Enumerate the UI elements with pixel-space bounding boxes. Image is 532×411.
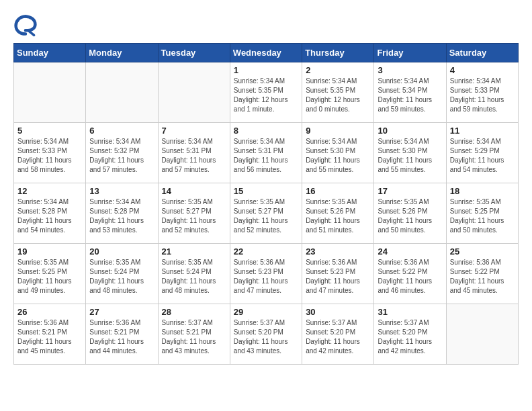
day-number: 27 <box>89 307 154 317</box>
calendar-day-cell: 7Sunrise: 5:34 AM Sunset: 5:31 PM Daylig… <box>158 123 230 183</box>
day-info: Sunrise: 5:34 AM Sunset: 5:35 PM Dayligh… <box>306 77 370 114</box>
calendar-day-cell: 3Sunrise: 5:34 AM Sunset: 5:34 PM Daylig… <box>374 62 446 123</box>
day-number: 10 <box>378 126 442 136</box>
calendar-day-cell: 2Sunrise: 5:34 AM Sunset: 5:35 PM Daylig… <box>302 62 374 123</box>
day-info: Sunrise: 5:34 AM Sunset: 5:33 PM Dayligh… <box>17 137 82 175</box>
day-info: Sunrise: 5:37 AM Sunset: 5:20 PM Dayligh… <box>378 318 442 356</box>
day-number: 14 <box>162 186 226 196</box>
day-info: Sunrise: 5:34 AM Sunset: 5:35 PM Dayligh… <box>234 77 298 114</box>
day-number: 19 <box>17 246 82 257</box>
day-number: 25 <box>450 246 515 257</box>
day-number: 15 <box>234 186 298 196</box>
day-number: 21 <box>162 246 226 257</box>
day-number: 20 <box>89 246 154 257</box>
day-number: 8 <box>234 126 298 136</box>
calendar-week-row: 12Sunrise: 5:34 AM Sunset: 5:28 PM Dayli… <box>14 183 519 244</box>
calendar-week-row: 5Sunrise: 5:34 AM Sunset: 5:33 PM Daylig… <box>14 123 519 183</box>
day-number: 9 <box>306 126 370 136</box>
day-number: 6 <box>89 126 154 136</box>
calendar-day-cell: 20Sunrise: 5:35 AM Sunset: 5:24 PM Dayli… <box>86 244 158 304</box>
calendar-day-cell: 9Sunrise: 5:34 AM Sunset: 5:30 PM Daylig… <box>302 123 374 183</box>
calendar-day-cell: 6Sunrise: 5:34 AM Sunset: 5:32 PM Daylig… <box>86 123 158 183</box>
day-info: Sunrise: 5:37 AM Sunset: 5:20 PM Dayligh… <box>234 318 298 356</box>
day-number: 13 <box>89 186 154 196</box>
day-number: 31 <box>378 307 442 317</box>
calendar-day-cell: 18Sunrise: 5:35 AM Sunset: 5:25 PM Dayli… <box>446 183 518 244</box>
calendar-day-cell: 5Sunrise: 5:34 AM Sunset: 5:33 PM Daylig… <box>14 123 86 183</box>
logo <box>13 13 40 38</box>
calendar-day-cell: 28Sunrise: 5:37 AM Sunset: 5:21 PM Dayli… <box>158 304 230 365</box>
calendar-header-wednesday: Wednesday <box>230 44 302 62</box>
day-number: 30 <box>306 307 370 317</box>
calendar-day-cell: 15Sunrise: 5:35 AM Sunset: 5:27 PM Dayli… <box>230 183 302 244</box>
day-info: Sunrise: 5:35 AM Sunset: 5:25 PM Dayligh… <box>17 258 82 295</box>
calendar-day-cell: 22Sunrise: 5:36 AM Sunset: 5:23 PM Dayli… <box>230 244 302 304</box>
calendar-day-cell <box>446 304 518 365</box>
calendar-day-cell: 31Sunrise: 5:37 AM Sunset: 5:20 PM Dayli… <box>374 304 446 365</box>
calendar-week-row: 1Sunrise: 5:34 AM Sunset: 5:35 PM Daylig… <box>14 62 519 123</box>
day-number: 4 <box>450 65 515 75</box>
day-info: Sunrise: 5:36 AM Sunset: 5:21 PM Dayligh… <box>17 318 82 356</box>
calendar-week-row: 19Sunrise: 5:35 AM Sunset: 5:25 PM Dayli… <box>14 244 519 304</box>
day-number: 23 <box>306 246 370 257</box>
day-info: Sunrise: 5:35 AM Sunset: 5:24 PM Dayligh… <box>89 258 154 295</box>
day-number: 24 <box>378 246 442 257</box>
day-number: 18 <box>450 186 515 196</box>
calendar-header-sunday: Sunday <box>14 44 86 62</box>
day-number: 7 <box>162 126 226 136</box>
day-info: Sunrise: 5:36 AM Sunset: 5:21 PM Dayligh… <box>89 318 154 356</box>
calendar-header-friday: Friday <box>374 44 446 62</box>
calendar-day-cell: 10Sunrise: 5:34 AM Sunset: 5:30 PM Dayli… <box>374 123 446 183</box>
day-info: Sunrise: 5:34 AM Sunset: 5:30 PM Dayligh… <box>378 137 442 175</box>
day-number: 22 <box>234 246 298 257</box>
calendar-day-cell: 23Sunrise: 5:36 AM Sunset: 5:23 PM Dayli… <box>302 244 374 304</box>
day-number: 2 <box>306 65 370 75</box>
calendar-day-cell: 30Sunrise: 5:37 AM Sunset: 5:20 PM Dayli… <box>302 304 374 365</box>
day-info: Sunrise: 5:36 AM Sunset: 5:23 PM Dayligh… <box>234 258 298 295</box>
calendar-day-cell: 13Sunrise: 5:34 AM Sunset: 5:28 PM Dayli… <box>86 183 158 244</box>
calendar-day-cell: 4Sunrise: 5:34 AM Sunset: 5:33 PM Daylig… <box>446 62 518 123</box>
calendar-day-cell <box>158 62 230 123</box>
calendar-day-cell: 1Sunrise: 5:34 AM Sunset: 5:35 PM Daylig… <box>230 62 302 123</box>
calendar-day-cell: 27Sunrise: 5:36 AM Sunset: 5:21 PM Dayli… <box>86 304 158 365</box>
day-info: Sunrise: 5:34 AM Sunset: 5:28 PM Dayligh… <box>17 197 82 235</box>
day-info: Sunrise: 5:34 AM Sunset: 5:32 PM Dayligh… <box>89 137 154 175</box>
calendar-day-cell: 19Sunrise: 5:35 AM Sunset: 5:25 PM Dayli… <box>14 244 86 304</box>
calendar-header-row: SundayMondayTuesdayWednesdayThursdayFrid… <box>14 44 519 62</box>
calendar-day-cell: 12Sunrise: 5:34 AM Sunset: 5:28 PM Dayli… <box>14 183 86 244</box>
day-number: 28 <box>162 307 226 317</box>
day-number: 16 <box>306 186 370 196</box>
day-number: 29 <box>234 307 298 317</box>
day-info: Sunrise: 5:34 AM Sunset: 5:28 PM Dayligh… <box>89 197 154 235</box>
day-number: 1 <box>234 65 298 75</box>
day-info: Sunrise: 5:34 AM Sunset: 5:31 PM Dayligh… <box>234 137 298 175</box>
day-info: Sunrise: 5:34 AM Sunset: 5:33 PM Dayligh… <box>450 77 515 114</box>
logo-icon <box>13 13 38 38</box>
calendar-day-cell: 11Sunrise: 5:34 AM Sunset: 5:29 PM Dayli… <box>446 123 518 183</box>
calendar-header-monday: Monday <box>86 44 158 62</box>
day-number: 12 <box>17 186 82 196</box>
calendar-header-thursday: Thursday <box>302 44 374 62</box>
calendar-day-cell: 26Sunrise: 5:36 AM Sunset: 5:21 PM Dayli… <box>14 304 86 365</box>
day-info: Sunrise: 5:36 AM Sunset: 5:22 PM Dayligh… <box>450 258 515 295</box>
calendar-day-cell: 14Sunrise: 5:35 AM Sunset: 5:27 PM Dayli… <box>158 183 230 244</box>
calendar-day-cell: 29Sunrise: 5:37 AM Sunset: 5:20 PM Dayli… <box>230 304 302 365</box>
day-info: Sunrise: 5:34 AM Sunset: 5:31 PM Dayligh… <box>162 137 226 175</box>
calendar-week-row: 26Sunrise: 5:36 AM Sunset: 5:21 PM Dayli… <box>14 304 519 365</box>
day-info: Sunrise: 5:35 AM Sunset: 5:26 PM Dayligh… <box>378 197 442 235</box>
day-number: 26 <box>17 307 82 317</box>
day-info: Sunrise: 5:35 AM Sunset: 5:26 PM Dayligh… <box>306 197 370 235</box>
calendar-day-cell: 21Sunrise: 5:35 AM Sunset: 5:24 PM Dayli… <box>158 244 230 304</box>
calendar-day-cell: 17Sunrise: 5:35 AM Sunset: 5:26 PM Dayli… <box>374 183 446 244</box>
calendar-day-cell: 16Sunrise: 5:35 AM Sunset: 5:26 PM Dayli… <box>302 183 374 244</box>
day-number: 3 <box>378 65 442 75</box>
day-info: Sunrise: 5:36 AM Sunset: 5:23 PM Dayligh… <box>306 258 370 295</box>
day-info: Sunrise: 5:37 AM Sunset: 5:20 PM Dayligh… <box>306 318 370 356</box>
calendar-day-cell <box>14 62 86 123</box>
calendar-header-saturday: Saturday <box>446 44 518 62</box>
calendar-day-cell <box>86 62 158 123</box>
day-info: Sunrise: 5:35 AM Sunset: 5:25 PM Dayligh… <box>450 197 515 235</box>
day-info: Sunrise: 5:35 AM Sunset: 5:27 PM Dayligh… <box>162 197 226 235</box>
day-info: Sunrise: 5:34 AM Sunset: 5:29 PM Dayligh… <box>450 137 515 175</box>
day-info: Sunrise: 5:34 AM Sunset: 5:30 PM Dayligh… <box>306 137 370 175</box>
